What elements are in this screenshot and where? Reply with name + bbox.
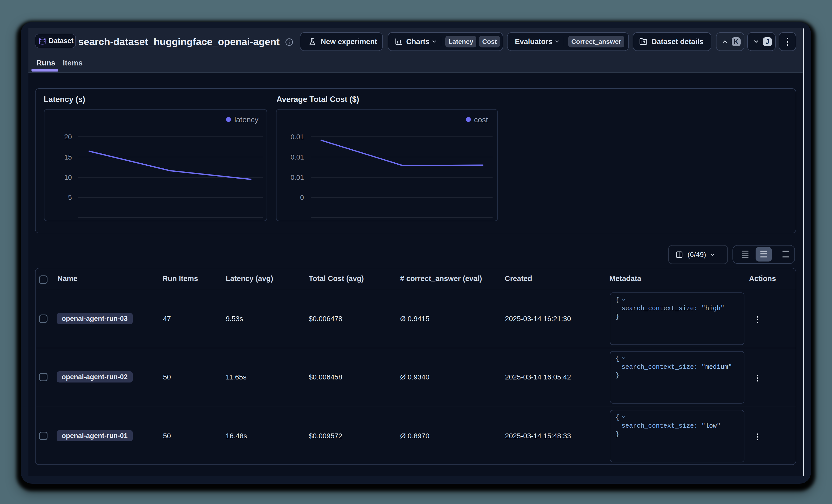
- svg-text:0.01: 0.01: [290, 174, 304, 181]
- svg-text:15: 15: [64, 153, 72, 161]
- svg-text:5: 5: [68, 194, 72, 201]
- svg-text:10: 10: [64, 174, 72, 181]
- svg-text:latency: latency: [234, 115, 258, 124]
- svg-text:20: 20: [64, 133, 72, 141]
- svg-text:cost: cost: [474, 115, 488, 124]
- svg-text:0.01: 0.01: [290, 133, 304, 141]
- svg-text:0.01: 0.01: [290, 153, 304, 161]
- svg-text:0: 0: [300, 194, 304, 201]
